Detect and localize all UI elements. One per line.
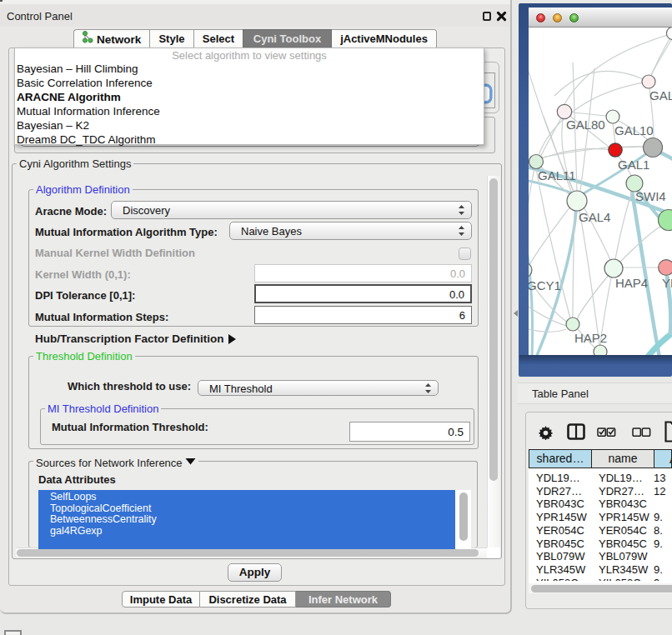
svg-text:GAL11: GAL11 bbox=[538, 168, 576, 182]
svg-text:SWI4: SWI4 bbox=[635, 189, 666, 203]
svg-text:GCY1: GCY1 bbox=[529, 278, 561, 292]
svg-text:HAP2: HAP2 bbox=[574, 331, 607, 345]
svg-text:HAP4: HAP4 bbox=[615, 276, 648, 290]
svg-text:GAL7: GAL7 bbox=[649, 88, 672, 102]
svg-text:GAL80: GAL80 bbox=[566, 118, 605, 132]
svg-text:YB: YB bbox=[662, 276, 672, 290]
svg-text:GAL4: GAL4 bbox=[579, 210, 610, 224]
svg-text:GAL10: GAL10 bbox=[614, 123, 654, 138]
svg-text:GAL1: GAL1 bbox=[618, 158, 649, 172]
